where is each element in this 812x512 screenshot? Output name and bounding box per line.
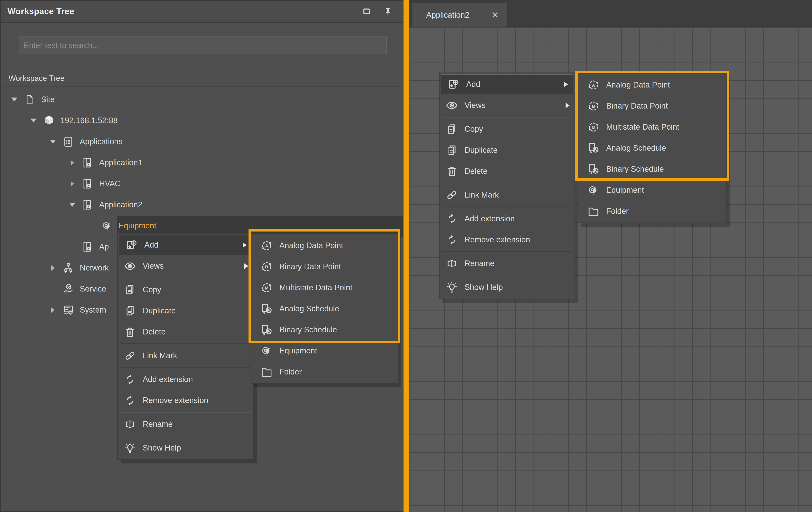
menu-item-views[interactable]: Views [439, 95, 575, 116]
submenu-item-multistate-data-point[interactable]: MMultistate Data Point [578, 116, 726, 138]
menu-item-show-help[interactable]: Show Help [118, 437, 253, 458]
titlebar-buttons [362, 7, 403, 16]
extension-icon [123, 394, 137, 407]
tab-close-icon[interactable]: ✕ [491, 11, 499, 20]
expander-right-icon[interactable] [47, 265, 59, 271]
expander-right-icon[interactable] [66, 181, 79, 187]
expander-right-icon[interactable] [66, 160, 79, 166]
submenu-item-label: Folder [606, 207, 629, 216]
copy-icon [445, 123, 458, 136]
menu-item-label: Duplicate [143, 306, 176, 315]
menu-item-add[interactable]: Add [441, 74, 573, 94]
tree-item-192-168-1-52-88[interactable]: 192.168.1.52:88 [1, 110, 402, 131]
submenu-item-analog-data-point[interactable]: AAnalog Data Point [578, 75, 726, 95]
help-icon [123, 442, 137, 454]
menu-item-rename[interactable]: Rename [439, 253, 575, 274]
app-window: Workspace Tree Workspace Tree Site192.16… [0, 0, 812, 512]
multistate-data-point-icon: M [260, 281, 273, 294]
menu-item-remove-extension[interactable]: Remove extension [118, 390, 253, 411]
submenu-item-label: Folder [279, 367, 302, 376]
tab-application2[interactable]: Application2 ✕ [412, 2, 508, 27]
help-icon [445, 281, 458, 294]
menu-item-rename[interactable]: Rename [118, 414, 253, 435]
menu-item-views[interactable]: Views [118, 255, 253, 277]
expander-down-icon[interactable] [27, 119, 40, 122]
search-input[interactable] [19, 37, 386, 54]
submenu-item-analog-schedule[interactable]: AAnalog Schedule [578, 138, 726, 159]
tab-bar: Application2 ✕ [409, 0, 812, 27]
menu-separator [439, 205, 575, 208]
analog-schedule-icon: A [587, 142, 600, 154]
submenu-item-binary-data-point[interactable]: BBinary Data Point [252, 256, 398, 277]
expander-down-icon[interactable] [66, 203, 79, 207]
pin-icon[interactable] [384, 7, 392, 16]
tree-item-site[interactable]: Site [1, 89, 402, 110]
menu-item-label: Add extension [465, 214, 515, 223]
window-float-icon[interactable] [362, 7, 371, 16]
tree-root-label: Workspace Tree [8, 74, 65, 83]
expander-down-icon[interactable] [8, 97, 21, 102]
submenu-item-folder[interactable]: Folder [252, 361, 398, 382]
menu-item-show-help[interactable]: Show Help [439, 277, 575, 298]
binary-schedule-icon: B [260, 323, 273, 336]
submenu-item-label: Binary Data Point [279, 262, 341, 271]
search-box[interactable] [19, 36, 387, 54]
tree-item-hvac[interactable]: HVAC [1, 173, 402, 194]
context-menu: AddViewsCopyDuplicateDeleteLink MarkAdd … [117, 233, 254, 460]
submenu-item-analog-schedule[interactable]: AAnalog Schedule [252, 298, 398, 319]
expander-right-icon[interactable] [47, 307, 59, 313]
menu-item-delete[interactable]: Delete [118, 321, 253, 342]
menu-item-remove-extension[interactable]: Remove extension [439, 229, 575, 250]
menu-item-link-mark[interactable]: Link Mark [118, 345, 253, 366]
submenu-item-binary-schedule[interactable]: BBinary Schedule [578, 159, 726, 180]
menu-item-label: Delete [143, 328, 166, 336]
expander-down-icon[interactable] [47, 140, 59, 144]
menu-separator [439, 250, 575, 253]
tree-item-applications[interactable]: Applications [1, 131, 402, 152]
tree-item-application2[interactable]: Application2 [1, 194, 402, 215]
submenu-arrow-icon [564, 82, 568, 87]
submenu-item-binary-data-point[interactable]: BBinary Data Point [578, 95, 726, 116]
submenu-item-label: Equipment [279, 346, 317, 355]
menu-item-add-extension[interactable]: Add extension [439, 208, 575, 229]
menu-item-label: Show Help [465, 283, 503, 292]
menu-item-delete[interactable]: Delete [439, 161, 575, 182]
triangle-down [69, 203, 76, 207]
service-icon [62, 283, 75, 295]
submenu-item-analog-data-point[interactable]: AAnalog Data Point [252, 235, 398, 256]
menu-item-duplicate[interactable]: Duplicate [118, 300, 253, 321]
submenu-item-label: Binary Schedule [606, 165, 664, 174]
menu-item-label: Delete [465, 167, 488, 176]
submenu-arrow-icon [566, 103, 570, 108]
menu-separator [118, 411, 253, 414]
duplicate-icon [123, 305, 137, 317]
folder-icon [260, 366, 273, 378]
add-icon [125, 238, 138, 252]
menu-item-link-mark[interactable]: Link Mark [439, 184, 575, 205]
tree-item-application1[interactable]: Application1 [1, 152, 402, 173]
submenu-item-folder[interactable]: Folder [578, 201, 726, 222]
tree-item-label: Application2 [99, 200, 142, 209]
document-icon [24, 93, 36, 106]
analog-data-point-icon: A [260, 239, 273, 252]
application-icon [82, 157, 94, 169]
menu-item-copy[interactable]: Copy [118, 279, 253, 300]
tree-item-label: Service [80, 284, 106, 293]
menu-item-label: Rename [465, 259, 495, 268]
submenu-item-binary-schedule[interactable]: BBinary Schedule [252, 319, 398, 340]
svg-text:A: A [589, 150, 592, 154]
submenu-item-equipment[interactable]: Equipment [252, 340, 398, 361]
menu-item-label: Show Help [143, 444, 181, 452]
triangle-right [51, 307, 55, 313]
menu-item-copy[interactable]: Copy [439, 119, 575, 140]
menu-item-add[interactable]: Add [119, 235, 252, 255]
binary-data-point-icon: B [587, 99, 600, 113]
tree-item-label: Network [80, 263, 109, 272]
submenu-item-equipment[interactable]: Equipment [578, 180, 726, 201]
extension-icon [123, 373, 137, 386]
triangle-down [50, 140, 56, 144]
menu-item-duplicate[interactable]: Duplicate [439, 140, 575, 161]
menu-separator [439, 182, 575, 184]
menu-item-add-extension[interactable]: Add extension [118, 369, 253, 390]
submenu-item-multistate-data-point[interactable]: MMultistate Data Point [252, 277, 398, 298]
